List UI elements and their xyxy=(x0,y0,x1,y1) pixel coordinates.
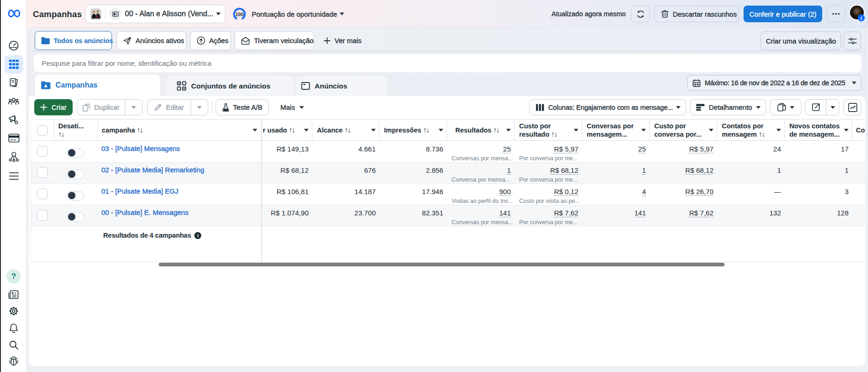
svg-text:100: 100 xyxy=(236,12,244,17)
